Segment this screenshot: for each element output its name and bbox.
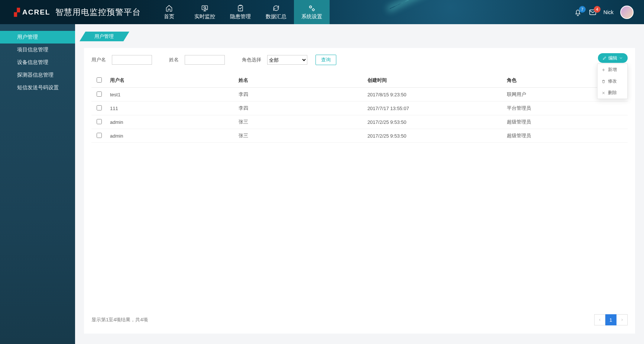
filter-realname-label: 姓名 (169, 57, 179, 63)
refresh-icon (272, 4, 280, 12)
col-username: 用户名 (107, 73, 236, 88)
cell-realname: 李四 (236, 88, 364, 102)
top-nav: 首页 实时监控 隐患管理 数据汇总 系统设置 (151, 0, 330, 24)
cell-realname: 李四 (236, 102, 364, 115)
row-checkbox[interactable] (97, 133, 102, 138)
filter-role-select[interactable]: 全部 (267, 55, 307, 65)
cell-realname: 张三 (236, 129, 364, 143)
filter-username-input[interactable] (112, 55, 152, 65)
col-created: 创建时间 (365, 73, 504, 88)
dropdown-item-delete[interactable]: 删除 (598, 87, 627, 99)
sidebar-item-users[interactable]: 用户管理 (0, 31, 75, 44)
sidebar-item-label: 探测器信息管理 (17, 72, 54, 78)
trash-icon (601, 79, 606, 84)
home-icon (165, 4, 173, 12)
nav-hazard-label: 隐患管理 (230, 13, 251, 20)
main-content: 用户管理 编辑 新增 修改 删除 (75, 24, 644, 344)
edit-dropdown: 新增 修改 删除 (597, 64, 628, 99)
page-title: 用户管理 (85, 32, 123, 41)
sidebar-item-projects[interactable]: 项目信息管理 (0, 44, 75, 56)
page-title-tab: 用户管理 (84, 31, 635, 42)
sidebar-item-detectors[interactable]: 探测器信息管理 (0, 69, 75, 81)
cell-role: 超级管理员 (504, 115, 628, 129)
sidebar-item-label: 设备信息管理 (17, 59, 48, 66)
chevron-right-icon (620, 318, 624, 322)
filter-realname-input[interactable] (185, 55, 225, 65)
sidebar-item-devices[interactable]: 设备信息管理 (0, 56, 75, 69)
filter-bar: 用户名 姓名 角色选择 全部 查询 (91, 55, 628, 65)
footer-summary: 显示第1至4项结果，共4项 (91, 316, 148, 323)
filter-role-label: 角色选择 (242, 57, 261, 63)
monitor-icon (201, 4, 208, 12)
svg-point-1 (204, 6, 206, 8)
brand-logo-icon: ▞ (14, 8, 20, 17)
dropdown-item-label: 删除 (608, 90, 617, 96)
sidebar-item-label: 短信发送号码设置 (17, 84, 59, 91)
avatar[interactable] (620, 6, 634, 19)
cell-username: admin (107, 129, 236, 143)
cell-realname: 张三 (236, 115, 364, 129)
notifications-messages[interactable]: 4 (589, 8, 597, 16)
sidebar-item-label: 项目信息管理 (17, 46, 48, 53)
table-row: admin张三2017/2/25 9:53:50超级管理员 (91, 129, 628, 143)
pager-next[interactable] (617, 314, 628, 325)
nav-data-label: 数据汇总 (266, 13, 287, 20)
chevron-down-icon (619, 56, 623, 60)
edit-button-label: 编辑 (608, 55, 617, 61)
users-table: 用户名 姓名 创建时间 角色 test1李四2017/8/15 9:23:50联… (91, 73, 628, 143)
nav-home-label: 首页 (164, 13, 174, 20)
pager: 1 (594, 314, 628, 325)
nav-hazard[interactable]: 隐患管理 (223, 0, 258, 24)
brand-name: ACREL (22, 8, 50, 16)
dropdown-item-edit[interactable]: 修改 (598, 75, 627, 87)
cell-created: 2017/7/17 13:55:07 (365, 102, 504, 115)
svg-rect-0 (202, 6, 208, 10)
filter-username-label: 用户名 (91, 57, 106, 63)
table-footer: 显示第1至4项结果，共4项 1 (91, 303, 628, 325)
cell-created: 2017/2/25 9:53:50 (365, 115, 504, 129)
pager-page-1[interactable]: 1 (605, 314, 617, 325)
nav-settings[interactable]: 系统设置 (294, 0, 330, 24)
select-all-checkbox[interactable] (97, 77, 102, 83)
chevron-left-icon (598, 318, 602, 322)
col-realname: 姓名 (236, 73, 364, 88)
row-checkbox[interactable] (97, 105, 102, 110)
user-zone: 7 4 Nick (574, 6, 644, 19)
nav-monitor-label: 实时监控 (194, 13, 215, 20)
edit-button[interactable]: 编辑 (598, 53, 628, 63)
cell-username: 111 (107, 102, 236, 115)
cell-username: admin (107, 115, 236, 129)
dropdown-item-label: 修改 (608, 78, 617, 84)
plus-icon (601, 68, 606, 72)
gears-icon (308, 4, 315, 12)
cell-role: 超级管理员 (504, 129, 628, 143)
query-button[interactable]: 查询 (315, 55, 336, 65)
table-row: admin张三2017/2/25 9:53:50超级管理员 (91, 115, 628, 129)
close-icon (601, 91, 606, 95)
nav-home[interactable]: 首页 (151, 0, 187, 24)
table-row: 111李四2017/7/17 13:55:07平台管理员 (91, 102, 628, 115)
notifications-bell[interactable]: 7 (574, 8, 582, 16)
dropdown-item-add[interactable]: 新增 (598, 64, 627, 75)
svg-point-4 (313, 9, 314, 10)
dropdown-item-label: 新增 (608, 67, 617, 73)
pager-prev[interactable] (594, 314, 605, 325)
sidebar-item-sms[interactable]: 短信发送号码设置 (0, 81, 75, 94)
nav-monitor[interactable]: 实时监控 (187, 0, 223, 24)
cell-created: 2017/8/15 9:23:50 (365, 88, 504, 102)
bell-badge: 7 (579, 6, 586, 13)
clipboard-check-icon (237, 4, 244, 12)
cell-role: 平台管理员 (504, 102, 628, 115)
nav-data[interactable]: 数据汇总 (258, 0, 294, 24)
messages-badge: 4 (594, 6, 601, 13)
row-checkbox[interactable] (97, 119, 102, 124)
user-name[interactable]: Nick (603, 9, 614, 15)
table-row: test1李四2017/8/15 9:23:50联网用户 (91, 88, 628, 102)
cell-username: test1 (107, 88, 236, 102)
row-checkbox[interactable] (97, 91, 102, 97)
svg-rect-2 (239, 6, 243, 11)
content-card: 编辑 新增 修改 删除 用户名 (84, 48, 635, 334)
sidebar: 用户管理 项目信息管理 设备信息管理 探测器信息管理 短信发送号码设置 (0, 24, 75, 344)
nav-settings-label: 系统设置 (301, 13, 322, 20)
pencil-icon (602, 56, 607, 60)
